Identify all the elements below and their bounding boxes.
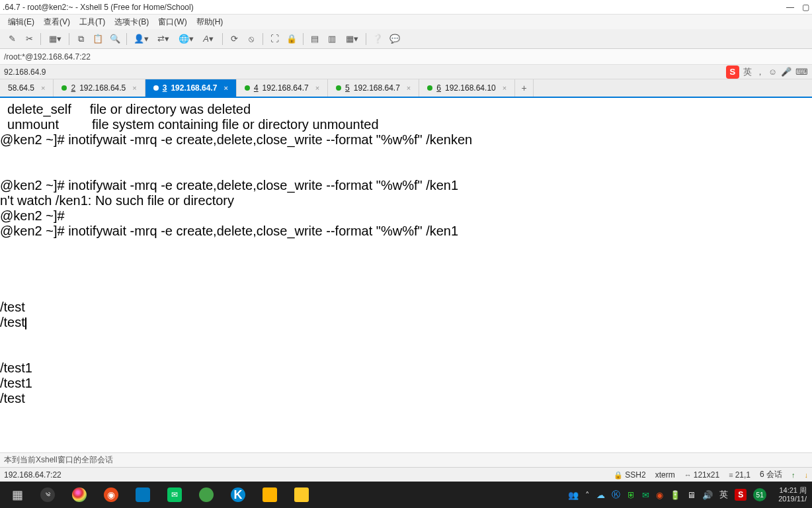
copy-icon[interactable]: ⧉ bbox=[73, 31, 89, 47]
taskbar-clock[interactable]: 14:21 周 2019/11/ bbox=[778, 486, 807, 503]
font-dropdown-icon[interactable]: A▾ bbox=[198, 31, 219, 47]
taskbar-app-swirl[interactable]: ༄ bbox=[32, 482, 63, 508]
status-size: ↔ 121x21 bbox=[684, 470, 719, 480]
refresh-icon[interactable]: ⟳ bbox=[226, 31, 242, 47]
tray-badge[interactable]: 51 bbox=[753, 488, 766, 501]
search-icon[interactable]: 🔍 bbox=[107, 31, 123, 47]
taskbar-app-vmware[interactable] bbox=[127, 482, 159, 508]
terminal-line bbox=[0, 239, 812, 254]
tray-chevron-icon[interactable]: ˄ bbox=[585, 490, 590, 500]
tray-sogou-icon[interactable]: S bbox=[735, 489, 747, 501]
start-button[interactable]: ▦ bbox=[3, 482, 32, 508]
status-dot-icon bbox=[245, 85, 250, 91]
tray-battery-icon[interactable]: 🔋 bbox=[670, 490, 680, 500]
ime-lang[interactable]: 英 bbox=[743, 66, 752, 78]
menu-tab[interactable]: 选项卡(B) bbox=[110, 15, 153, 29]
ime-punct[interactable]: ， bbox=[756, 66, 764, 78]
menu-help[interactable]: 帮助(H) bbox=[192, 15, 227, 29]
new-tab-button[interactable]: + bbox=[515, 79, 534, 97]
window-controls: — ▢ bbox=[786, 3, 809, 12]
terminal-line: /test bbox=[0, 315, 812, 330]
terminal-line: @ken2 ~]# inotifywait -mrq -e create,del… bbox=[0, 132, 812, 148]
pen-icon[interactable]: ✎ bbox=[4, 31, 20, 47]
session-tab[interactable]: 6 192.168.64.10× bbox=[419, 79, 515, 97]
taskbar-app-notes[interactable] bbox=[254, 482, 286, 508]
lock-icon[interactable]: 🔒 bbox=[284, 31, 300, 47]
stop-icon[interactable]: ⦸ bbox=[243, 31, 259, 47]
session-tab[interactable]: 4 192.168.64.7× bbox=[237, 79, 328, 97]
status-dot-icon bbox=[336, 85, 341, 91]
profile-dropdown-icon[interactable]: 👤▾ bbox=[130, 31, 151, 47]
window-title: .64.7 - root@ken2:~ - Xshell 5 (Free for… bbox=[3, 3, 786, 12]
people-icon[interactable]: 👥 bbox=[568, 490, 579, 500]
terminal-line: n't watch /ken1: No such file or directo… bbox=[0, 193, 812, 208]
tray-ime-lang[interactable]: 英 bbox=[719, 489, 728, 501]
taskbar-app-orange[interactable]: ◉ bbox=[95, 482, 127, 508]
globe-dropdown-icon[interactable]: 🌐▾ bbox=[175, 31, 196, 47]
tray-volume-icon[interactable]: 🔊 bbox=[702, 490, 713, 500]
close-icon[interactable]: × bbox=[503, 84, 507, 92]
tray-k-icon[interactable]: Ⓚ bbox=[612, 489, 620, 501]
tab-number: 3 bbox=[163, 83, 167, 93]
taskbar-app-wechat[interactable]: ✉ bbox=[159, 482, 190, 508]
session-tab[interactable]: 5 192.168.64.7× bbox=[328, 79, 419, 97]
taskbar-app-green[interactable] bbox=[190, 482, 222, 508]
chat-icon[interactable]: 💬 bbox=[387, 31, 403, 47]
session-tab[interactable]: 58.64.5× bbox=[0, 79, 54, 97]
close-icon[interactable]: × bbox=[132, 84, 136, 92]
terminal-line bbox=[0, 269, 812, 284]
menu-window[interactable]: 窗口(W) bbox=[154, 15, 190, 29]
title-bar: .64.7 - root@ken2:~ - Xshell 5 (Free for… bbox=[0, 0, 812, 15]
paste-icon[interactable]: 📋 bbox=[90, 31, 106, 47]
session-tab[interactable]: 3 192.168.64.7× bbox=[145, 79, 237, 97]
menu-view[interactable]: 查看(V) bbox=[40, 15, 74, 29]
close-icon[interactable]: × bbox=[223, 84, 227, 92]
tab-label: 192.168.64.10 bbox=[445, 83, 496, 93]
layout-dropdown-icon[interactable]: ▦▾ bbox=[341, 31, 362, 47]
terminal[interactable]: delete_self file or directory was delete… bbox=[0, 98, 812, 452]
split-h-icon[interactable]: ▤ bbox=[307, 31, 323, 47]
tray-orange-icon[interactable]: ◉ bbox=[656, 490, 663, 500]
minimize-button[interactable]: — bbox=[786, 3, 794, 12]
sogou-ime-icon[interactable]: S bbox=[726, 65, 739, 79]
up-arrow-icon: ↑ bbox=[792, 471, 795, 479]
address-text: /root:*@192.168.64.7:22 bbox=[4, 52, 91, 62]
tray-shield-icon[interactable]: ⛨ bbox=[627, 490, 635, 500]
onedrive-icon[interactable]: ☁ bbox=[596, 490, 605, 500]
terminal-line bbox=[0, 284, 812, 300]
menu-tools[interactable]: 工具(T) bbox=[75, 15, 109, 29]
menu-edit[interactable]: 编辑(E) bbox=[4, 15, 38, 29]
tray-monitor-icon[interactable]: 🖥 bbox=[687, 490, 696, 500]
new-dropdown-icon[interactable]: ▦▾ bbox=[44, 31, 65, 47]
terminal-line bbox=[0, 254, 812, 269]
broadcast-bar[interactable]: 本到当前Xshell窗口的全部会话 bbox=[0, 452, 812, 467]
maximize-button[interactable]: ▢ bbox=[802, 3, 809, 12]
tab-number: 2 bbox=[71, 83, 75, 93]
terminal-line bbox=[0, 148, 812, 163]
taskbar-app-chrome[interactable] bbox=[63, 482, 95, 508]
close-icon[interactable]: × bbox=[407, 84, 411, 92]
status-connection: 192.168.64.7:22 bbox=[4, 470, 61, 480]
status-dot-icon bbox=[153, 85, 159, 91]
taskbar-app-explorer[interactable] bbox=[286, 482, 317, 508]
fullscreen-icon[interactable]: ⛶ bbox=[266, 31, 282, 47]
address-bar[interactable]: /root:*@192.168.64.7:22 bbox=[0, 49, 812, 65]
split-v-icon[interactable]: ▥ bbox=[324, 31, 340, 47]
close-icon[interactable]: × bbox=[41, 84, 45, 92]
ime-indicator: S 英 ， ☺ 🎤 ⌨ bbox=[726, 65, 808, 79]
ime-emoji-icon[interactable]: ☺ bbox=[768, 67, 777, 77]
ime-keyboard-icon[interactable]: ⌨ bbox=[795, 67, 808, 77]
tray-wechat-icon[interactable]: ✉ bbox=[642, 490, 649, 500]
close-icon[interactable]: × bbox=[315, 84, 319, 92]
status-protocol: 🔒 SSH2 bbox=[614, 470, 645, 480]
help-icon[interactable]: ❔ bbox=[370, 31, 386, 47]
brush-icon[interactable]: ✂ bbox=[21, 31, 37, 47]
status-bar: 192.168.64.7:22 🔒 SSH2 xterm ↔ 121x21 ≡ … bbox=[0, 467, 812, 482]
session-tab[interactable]: 2 192.168.64.5× bbox=[54, 79, 145, 97]
terminal-line: @ken2 ~]# bbox=[0, 208, 812, 224]
session-path-bar: 92.168.64.9 S 英 ， ☺ 🎤 ⌨ bbox=[0, 65, 812, 79]
transfer-dropdown-icon[interactable]: ⇄▾ bbox=[153, 31, 174, 47]
ime-mic-icon[interactable]: 🎤 bbox=[781, 67, 792, 77]
tab-label: 192.168.64.7 bbox=[354, 83, 400, 93]
taskbar-app-kugou[interactable]: K bbox=[222, 482, 254, 508]
